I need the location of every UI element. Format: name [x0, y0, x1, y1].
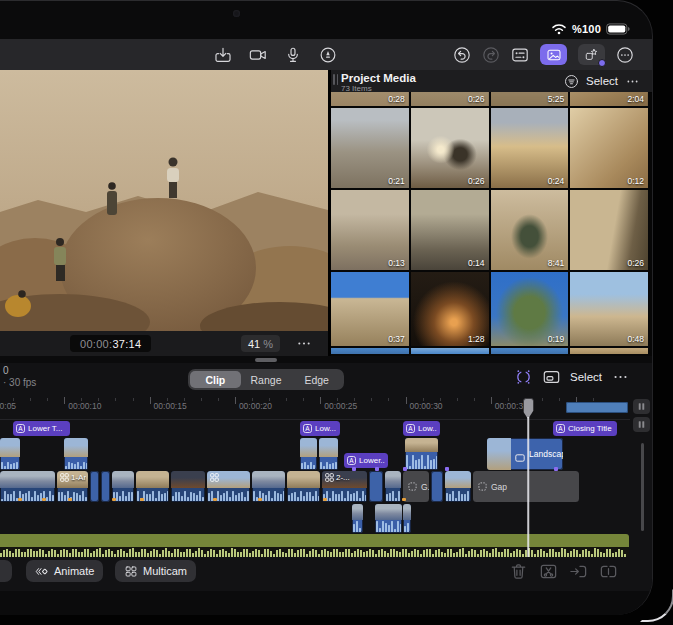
mode-edge[interactable]: Edge — [291, 371, 342, 388]
playhead-handle[interactable] — [523, 398, 534, 419]
clip-marker — [402, 498, 406, 501]
timeline-clip[interactable] — [171, 471, 205, 502]
track-height-button[interactable] — [633, 417, 650, 432]
duration-badge: 1:28 — [468, 334, 485, 344]
jog-icon[interactable] — [514, 368, 533, 386]
media-thumbnail[interactable]: 0:12 — [570, 108, 648, 188]
clip-thumbnail — [375, 504, 402, 520]
zoom-level-control[interactable]: 41 % — [241, 335, 280, 352]
media-thumbnail[interactable]: 0:48 — [570, 272, 648, 346]
inspector-icon[interactable] — [511, 46, 529, 64]
scroll-indicator — [333, 74, 338, 85]
track-height-button[interactable] — [633, 399, 650, 414]
overwrite-icon[interactable] — [569, 562, 588, 581]
media-thumbnail[interactable]: 0:26 — [570, 190, 648, 270]
media-thumbnail[interactable]: 0:28 — [331, 92, 409, 106]
timeline-clip[interactable] — [369, 471, 383, 502]
clip-thumbnail — [352, 504, 363, 520]
overlay-icon[interactable] — [542, 368, 561, 386]
mic-icon[interactable] — [284, 46, 302, 64]
media-thumbnail[interactable]: 5:25 — [491, 92, 569, 106]
timeline-clip[interactable] — [431, 471, 443, 502]
animate-button[interactable]: Animate — [26, 560, 103, 582]
effects-icon[interactable] — [578, 44, 605, 65]
timeline-scrollbar[interactable] — [641, 443, 644, 531]
more-circle-icon[interactable] — [616, 46, 634, 64]
photo-icon[interactable] — [540, 44, 567, 65]
media-thumbnail[interactable]: 0:19 — [491, 272, 569, 346]
viewer-panel: 00:00:37:14 41 % — [0, 70, 328, 356]
clip-thumbnail — [136, 471, 169, 488]
media-select-button[interactable]: Select — [586, 75, 618, 87]
camera-icon[interactable] — [249, 46, 267, 64]
timeline-clip[interactable] — [445, 471, 471, 502]
timeline-clip[interactable] — [101, 471, 110, 502]
playhead[interactable] — [522, 398, 534, 557]
media-thumbnail[interactable]: 1:28 — [411, 272, 489, 346]
timeline-clip[interactable] — [90, 471, 99, 502]
connected-clip[interactable] — [319, 438, 338, 470]
media-thumbnail[interactable] — [570, 348, 648, 354]
redo-icon[interactable] — [482, 46, 500, 64]
timeline-clip[interactable] — [0, 471, 55, 502]
import-icon[interactable] — [214, 46, 232, 64]
panel-resize-handle[interactable] — [255, 358, 277, 362]
timeline-clip[interactable] — [287, 471, 320, 502]
timeline-select-button[interactable]: Select — [570, 371, 602, 383]
title-clip[interactable]: ALower... — [344, 453, 388, 468]
media-thumbnail[interactable]: 0:26 — [411, 108, 489, 188]
mode-range[interactable]: Range — [241, 371, 292, 388]
connected-clip-strip[interactable] — [566, 402, 628, 413]
media-thumbnail[interactable]: 0:21 — [331, 108, 409, 188]
front-camera-dot — [233, 10, 240, 17]
multicam-grid-icon — [325, 473, 334, 482]
multicam-button[interactable]: Multicam — [115, 560, 196, 582]
duration-badge: 8:41 — [548, 258, 565, 268]
title-clip[interactable]: ALow... — [403, 421, 440, 436]
connected-audio-clip[interactable] — [375, 504, 402, 533]
title-clip[interactable]: ALower T... — [13, 421, 70, 436]
status-bar: %100 — [0, 1, 652, 39]
connected-clip[interactable] — [405, 438, 438, 470]
timeline-clip[interactable]: 2-... — [322, 471, 367, 502]
timeline-more-icon[interactable] — [611, 368, 630, 386]
connected-audio-clip[interactable] — [352, 504, 363, 533]
undo-icon[interactable] — [453, 46, 471, 64]
audio-waveform — [65, 462, 87, 469]
media-thumbnail[interactable]: 0:24 — [491, 108, 569, 188]
timeline-clip[interactable] — [385, 471, 401, 502]
media-thumbnail[interactable] — [411, 348, 489, 354]
media-thumbnail[interactable]: 8:41 — [491, 190, 569, 270]
media-more-icon[interactable] — [625, 74, 640, 89]
music-clip[interactable] — [0, 534, 629, 557]
insert-icon[interactable] — [599, 562, 618, 581]
timecode-display[interactable]: 00:00:37:14 — [70, 335, 151, 352]
timeline-ruler[interactable]: 00:00:0500:00:1000:00:1500:00:2000:00:25… — [0, 396, 630, 420]
pencil-icon[interactable] — [319, 46, 337, 64]
connected-clip[interactable] — [0, 438, 20, 470]
media-thumbnail[interactable]: 0:14 — [411, 190, 489, 270]
connected-audio-clip[interactable] — [403, 504, 411, 533]
device-corner-highlight — [640, 588, 673, 622]
partial-button[interactable] — [0, 560, 12, 582]
title-clip[interactable]: ALow... — [300, 421, 340, 436]
timeline-clip[interactable] — [252, 471, 285, 502]
media-thumbnail[interactable]: 0:37 — [331, 272, 409, 346]
media-thumbnail[interactable]: 0:13 — [331, 190, 409, 270]
media-thumbnail[interactable] — [331, 348, 409, 354]
timeline-clip[interactable]: 1-Angl... — [57, 471, 88, 502]
multicam-grid-icon — [210, 473, 219, 482]
connected-clip[interactable] — [64, 438, 88, 470]
clip-label-row: 1-Angl... — [60, 473, 86, 482]
media-thumbnail[interactable]: 2:04 — [570, 92, 648, 106]
gap-clip[interactable]: G... — [403, 471, 429, 502]
title-clip[interactable]: AClosing Title — [553, 421, 617, 436]
media-thumbnail[interactable] — [491, 348, 569, 354]
mode-clip[interactable]: Clip — [190, 371, 241, 388]
connected-clip[interactable] — [300, 438, 317, 470]
viewer-more-icon[interactable] — [294, 335, 314, 352]
filter-icon[interactable] — [564, 74, 579, 89]
blade-icon[interactable] — [539, 562, 558, 581]
trash-icon[interactable] — [509, 562, 528, 581]
media-thumbnail[interactable]: 0:26 — [411, 92, 489, 106]
